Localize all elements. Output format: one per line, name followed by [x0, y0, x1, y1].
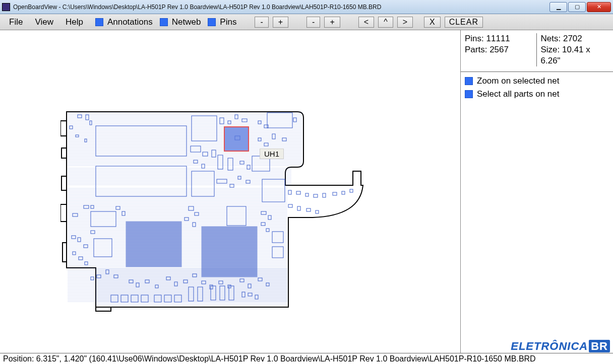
stats-box: Pins: 11111 Parts: 2567 Nets: 2702 Size:… — [461, 30, 613, 72]
pan-left-button[interactable]: < — [358, 17, 374, 28]
zoom-in-2-button[interactable]: + — [324, 17, 340, 28]
svg-rect-238 — [296, 191, 300, 194]
parts-value: 2567 — [489, 45, 509, 54]
menu-help[interactable]: Help — [60, 16, 88, 28]
svg-rect-176 — [235, 115, 238, 119]
close-button[interactable]: ✕ — [587, 2, 611, 12]
menu-view[interactable]: View — [30, 16, 58, 28]
svg-rect-245 — [288, 204, 292, 207]
annotations-checkbox[interactable] — [95, 18, 103, 26]
status-text: Position: 6.315", 1.420" (160.41\Use06\W… — [3, 354, 536, 363]
svg-rect-186 — [218, 155, 223, 169]
svg-rect-241 — [323, 193, 326, 197]
board-canvas[interactable]: UH1 — [0, 30, 461, 353]
selected-component-label: UH1 — [260, 149, 284, 159]
pins-label: Pins: — [465, 34, 484, 43]
maximize-button[interactable]: ▢ — [568, 2, 586, 12]
zoom-on-net-checkbox[interactable] — [465, 77, 473, 85]
svg-rect-150 — [96, 166, 187, 196]
clear-button[interactable]: CLEAR — [445, 17, 483, 28]
svg-rect-243 — [342, 191, 345, 194]
app-icon — [2, 3, 10, 11]
svg-rect-151 — [126, 222, 181, 267]
annotations-label: Annotations — [107, 17, 153, 27]
select-parts-label: Select all parts on net — [477, 89, 559, 99]
pins-checkbox[interactable] — [208, 18, 216, 26]
svg-rect-248 — [316, 210, 319, 213]
svg-rect-155 — [262, 179, 285, 202]
svg-rect-247 — [306, 208, 311, 211]
status-bar: Position: 6.315", 1.420" (160.41\Use06\W… — [0, 353, 613, 364]
window-title: OpenBoardView - C:\Users\Windows\Desktop… — [13, 4, 549, 11]
svg-rect-190 — [217, 179, 227, 183]
svg-rect-170 — [203, 152, 208, 156]
svg-rect-240 — [314, 194, 318, 197]
info-panel: Pins: 11111 Parts: 2567 Nets: 2702 Size:… — [461, 30, 613, 353]
parts-label: Parts: — [465, 45, 487, 54]
x-button[interactable]: X — [424, 17, 441, 28]
zoom-out-2-button[interactable]: - — [306, 17, 320, 28]
pins-label: Pins — [220, 17, 236, 27]
svg-rect-242 — [333, 192, 337, 195]
zoom-on-net-label: Zoom on selected net — [477, 76, 559, 86]
menu-file[interactable]: File — [4, 16, 28, 28]
pan-right-button[interactable]: > — [397, 17, 413, 28]
pins-value: 11111 — [486, 34, 510, 43]
svg-rect-234 — [268, 215, 271, 220]
svg-rect-173 — [202, 164, 205, 168]
svg-rect-249 — [189, 206, 194, 210]
nets-value: 2702 — [563, 34, 582, 43]
svg-rect-152 — [202, 227, 257, 277]
netweb-checkbox[interactable] — [160, 18, 168, 26]
window-titlebar: OpenBoardView - C:\Users\Windows\Desktop… — [0, 0, 613, 14]
zoom-out-button[interactable]: - — [255, 17, 268, 28]
pcb-render: UH1 — [60, 106, 373, 319]
size-label: Size: — [541, 45, 560, 54]
svg-rect-244 — [350, 189, 353, 192]
select-parts-checkbox[interactable] — [465, 90, 473, 98]
svg-rect-205 — [122, 211, 125, 215]
main-toolbar: File View Help Annotations Netweb Pins -… — [0, 14, 613, 30]
nets-label: Nets: — [541, 34, 561, 43]
svg-rect-237 — [288, 190, 291, 194]
svg-rect-165 — [90, 121, 92, 125]
svg-rect-246 — [297, 206, 300, 210]
netweb-label: Netweb — [172, 17, 201, 27]
pan-up-button[interactable]: ^ — [378, 17, 393, 28]
selected-component-highlight — [224, 127, 249, 151]
svg-rect-223 — [248, 284, 251, 288]
svg-rect-239 — [305, 193, 309, 196]
svg-rect-149 — [96, 126, 187, 156]
svg-rect-183 — [293, 118, 296, 122]
zoom-in-button[interactable]: + — [273, 17, 288, 28]
minimize-button[interactable]: ▁ — [549, 2, 567, 12]
